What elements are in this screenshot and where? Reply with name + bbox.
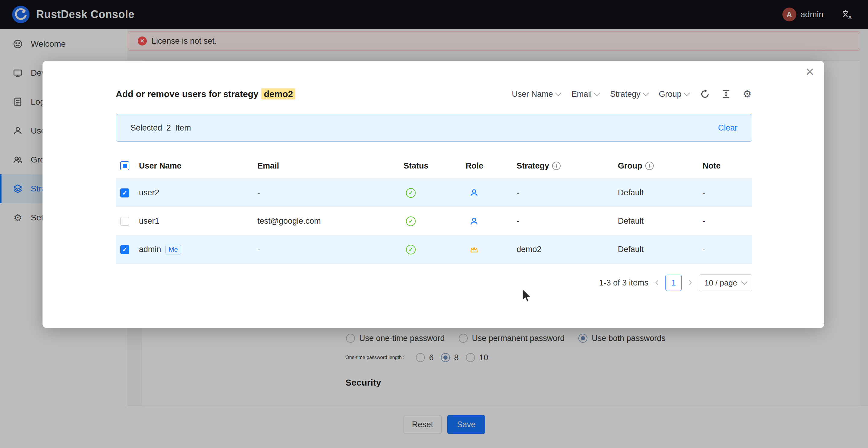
refresh-icon[interactable] (700, 89, 710, 99)
cell-note: - (703, 188, 752, 198)
table-row: ✓ user2 - ✓ - Default - (116, 179, 752, 207)
cell-email: - (257, 245, 404, 254)
user-role-icon (469, 216, 479, 226)
col-group: Group i (618, 161, 703, 171)
add-remove-users-modal: × Add or remove users for strategydemo2 … (42, 61, 824, 328)
selection-suffix: Item (175, 123, 191, 133)
admin-crown-icon (469, 245, 479, 255)
col-user-name: User Name (139, 161, 257, 171)
prev-page-icon[interactable]: ‹ (655, 276, 659, 288)
chevron-down-icon (594, 90, 600, 96)
filter-label: Group (659, 90, 681, 99)
filter-user-name[interactable]: User Name (512, 90, 561, 99)
users-table: User Name Email Status Role Strategy i G… (116, 153, 752, 264)
cell-group: Default (618, 188, 703, 198)
cell-strategy: - (517, 216, 618, 226)
col-status: Status (404, 161, 466, 171)
cell-user-name: user2 (139, 188, 257, 198)
filter-bar: User Name Email Strategy Group (512, 85, 752, 103)
row-checkbox[interactable] (120, 217, 129, 226)
screen: RustDesk Console A admin A Welcome D (0, 0, 868, 448)
modal-title-text: Add or remove users for strategy (116, 89, 258, 99)
column-height-icon[interactable] (721, 89, 731, 99)
pagination: 1-3 of 3 items ‹ 1 › 10 / page (599, 274, 752, 292)
cell-email: - (257, 188, 404, 198)
strategy-name-highlight: demo2 (261, 88, 296, 99)
clear-selection-link[interactable]: Clear (718, 123, 738, 133)
cell-note: - (703, 245, 752, 254)
filter-label: User Name (512, 90, 553, 99)
select-all-checkbox[interactable] (120, 161, 129, 170)
col-email: Email (257, 161, 404, 171)
col-note: Note (703, 161, 752, 171)
page-size-select[interactable]: 10 / page (699, 274, 752, 291)
cell-email: test@google.com (257, 216, 404, 226)
gear-icon[interactable]: ⚙ (742, 89, 752, 99)
selection-count: 2 (166, 123, 171, 133)
next-page-icon[interactable]: › (688, 276, 692, 288)
table-row: user1 test@google.com ✓ - Default - (116, 207, 752, 235)
filter-group[interactable]: Group (659, 90, 689, 99)
chevron-down-icon (555, 90, 561, 96)
info-circle-icon[interactable]: i (645, 161, 654, 170)
check-circle-icon: ✓ (406, 216, 415, 226)
cell-user-name: admin Me (139, 245, 257, 255)
page-size-value: 10 / page (705, 278, 737, 288)
chevron-down-icon (643, 90, 649, 96)
filter-email[interactable]: Email (571, 90, 599, 99)
table-header-row: User Name Email Status Role Strategy i G… (116, 153, 752, 179)
check-circle-icon: ✓ (406, 245, 415, 255)
user-role-icon (469, 188, 479, 198)
row-checkbox[interactable]: ✓ (120, 188, 129, 198)
modal-title: Add or remove users for strategydemo2 (116, 87, 296, 101)
selection-prefix: Selected (130, 123, 162, 133)
cell-user-name: user1 (139, 216, 257, 226)
me-tag: Me (165, 245, 181, 255)
close-icon[interactable]: × (806, 64, 814, 79)
col-role: Role (466, 161, 517, 171)
selection-info-bar: Selected 2 Item Clear (116, 114, 752, 142)
cell-group: Default (618, 216, 703, 226)
filter-label: Strategy (610, 90, 641, 99)
info-circle-icon[interactable]: i (552, 161, 561, 170)
cell-note: - (703, 216, 752, 226)
cell-strategy: demo2 (517, 245, 618, 254)
chevron-down-icon (741, 278, 747, 285)
check-circle-icon: ✓ (406, 188, 415, 198)
col-strategy: Strategy i (517, 161, 618, 171)
pagination-total: 1-3 of 3 items (599, 278, 649, 288)
cell-strategy: - (517, 188, 618, 198)
chevron-down-icon (684, 90, 690, 96)
filter-strategy[interactable]: Strategy (610, 90, 648, 99)
table-row: ✓ admin Me - ✓ demo2 Default - (116, 235, 752, 264)
page-number-button[interactable]: 1 (665, 275, 682, 291)
filter-label: Email (571, 90, 592, 99)
cell-group: Default (618, 245, 703, 254)
row-checkbox[interactable]: ✓ (120, 245, 129, 254)
